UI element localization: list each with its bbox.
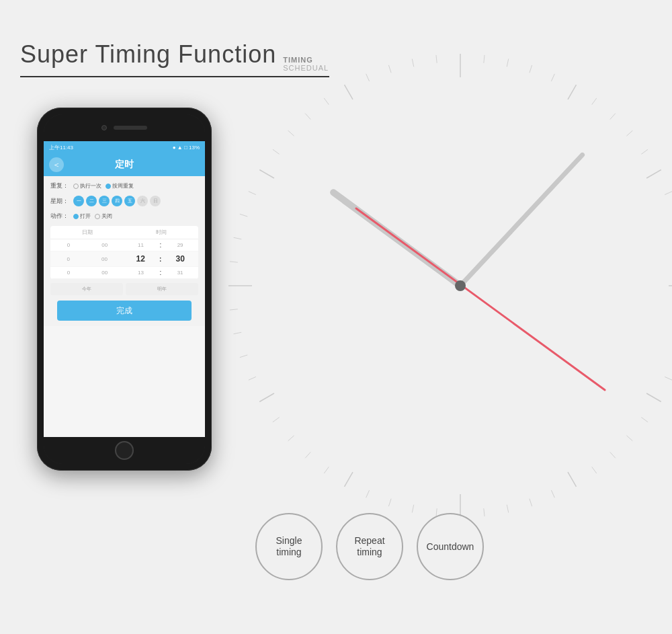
svg-line-44: [249, 377, 256, 380]
phone-camera: [101, 125, 107, 130]
year-buttons: 今年 明年: [50, 283, 198, 295]
repeat-timing-circle: Repeat timing: [336, 513, 403, 580]
svg-line-18: [626, 130, 632, 136]
svg-line-10: [259, 170, 274, 179]
back-button[interactable]: ＜: [49, 157, 64, 172]
phone-speaker: [114, 126, 147, 130]
table-row[interactable]: 0 00 12 : 30: [50, 251, 198, 267]
svg-line-30: [610, 452, 616, 458]
svg-line-40: [324, 467, 329, 473]
svg-line-46: [234, 332, 242, 333]
svg-line-38: [388, 499, 391, 506]
svg-line-13: [507, 59, 508, 67]
single-timing-label: Single timing: [276, 535, 302, 558]
day-tue[interactable]: 二: [86, 196, 97, 206]
day-circles: 一 二 三 四 五 六 日: [73, 196, 161, 206]
this-year-button[interactable]: 今年: [50, 283, 123, 295]
svg-line-27: [665, 377, 672, 380]
svg-line-15: [551, 74, 554, 81]
repeat-row: 重复： 执行一次 按周重复: [50, 182, 198, 190]
svg-line-50: [240, 214, 247, 216]
svg-line-59: [436, 55, 437, 63]
svg-line-57: [388, 65, 391, 73]
svg-line-31: [592, 467, 597, 473]
svg-line-1: [568, 85, 577, 100]
svg-line-28: [641, 418, 648, 422]
days-row: 星期： 一 二 三 四 五 六 日: [50, 196, 198, 206]
svg-line-2: [646, 170, 661, 179]
svg-line-4: [646, 393, 661, 402]
time-table: 日期 时间 0 00 11 : 29 0: [50, 226, 198, 279]
svg-line-56: [366, 74, 370, 81]
app-status-bar: 上午11:43 ● ▲ □ 13%: [44, 141, 205, 153]
svg-line-17: [610, 114, 616, 120]
next-year-button[interactable]: 明年: [126, 283, 198, 295]
svg-line-61: [460, 133, 583, 307]
repeat-timing-label: Repeat timing: [354, 535, 384, 558]
svg-line-14: [530, 65, 532, 73]
day-sat[interactable]: 六: [137, 196, 148, 206]
day-fri[interactable]: 五: [124, 196, 135, 206]
phone-screen: 上午11:43 ● ▲ □ 13% ＜ 定时 重复：: [44, 141, 205, 437]
svg-line-62: [356, 208, 605, 390]
svg-line-51: [249, 192, 256, 195]
svg-line-5: [568, 472, 577, 487]
clock-background: [208, 34, 672, 538]
table-header: 日期 时间: [50, 226, 198, 239]
svg-line-53: [288, 130, 294, 136]
header: Super Timing Function TIMING SCHEDUAL: [20, 40, 329, 77]
svg-line-8: [259, 393, 274, 402]
svg-line-41: [305, 452, 310, 458]
svg-line-7: [345, 472, 353, 487]
day-wed[interactable]: 三: [99, 196, 110, 206]
svg-line-16: [592, 98, 597, 105]
svg-line-49: [234, 237, 242, 239]
app-header: ＜ 定时: [44, 153, 205, 176]
once-radio[interactable]: 执行一次: [73, 182, 101, 190]
svg-line-19: [641, 149, 648, 154]
svg-line-20: [665, 192, 672, 195]
svg-line-48: [230, 262, 238, 262]
header-subtitle: TIMING SCHEDUAL: [283, 56, 329, 72]
svg-line-54: [305, 114, 310, 120]
svg-line-12: [484, 55, 485, 63]
day-sun[interactable]: 日: [150, 196, 161, 206]
action-row: 动作： 打开 关闭: [50, 212, 198, 221]
svg-point-63: [455, 280, 466, 291]
svg-line-33: [530, 499, 532, 506]
page-title: Super Timing Function: [20, 40, 276, 69]
header-divider: [20, 76, 329, 77]
svg-line-55: [324, 98, 329, 105]
phone-top-bar: [44, 114, 205, 141]
svg-line-42: [288, 436, 294, 441]
svg-line-52: [273, 149, 280, 154]
done-button[interactable]: 完成: [57, 301, 192, 321]
home-button[interactable]: [115, 441, 134, 460]
table-row[interactable]: 0 00 13 : 31: [50, 267, 198, 279]
svg-line-47: [230, 309, 238, 310]
svg-line-29: [626, 436, 632, 441]
table-row[interactable]: 0 00 11 : 29: [50, 239, 198, 251]
phone-bottom-bar: [44, 437, 205, 464]
weekly-radio[interactable]: 按周重复: [106, 182, 134, 190]
off-radio[interactable]: 关闭: [95, 212, 112, 220]
app-title: 定时: [115, 159, 134, 171]
features-container: Single timing Repeat timing Countdown: [255, 513, 484, 580]
on-radio[interactable]: 打开: [73, 212, 91, 220]
day-thu[interactable]: 四: [112, 196, 122, 206]
single-timing-circle: Single timing: [255, 513, 323, 580]
svg-line-45: [240, 355, 247, 358]
phone-mockup: 上午11:43 ● ▲ □ 13% ＜ 定时 重复：: [37, 108, 212, 471]
svg-line-43: [273, 418, 280, 422]
svg-line-32: [551, 490, 554, 498]
countdown-label: Countdown: [427, 541, 474, 553]
svg-line-34: [507, 505, 508, 513]
day-mon[interactable]: 一: [73, 196, 84, 206]
countdown-circle: Countdown: [417, 513, 484, 580]
svg-line-58: [412, 59, 413, 67]
svg-line-39: [366, 490, 370, 498]
svg-line-11: [345, 85, 353, 100]
svg-line-37: [412, 505, 413, 513]
